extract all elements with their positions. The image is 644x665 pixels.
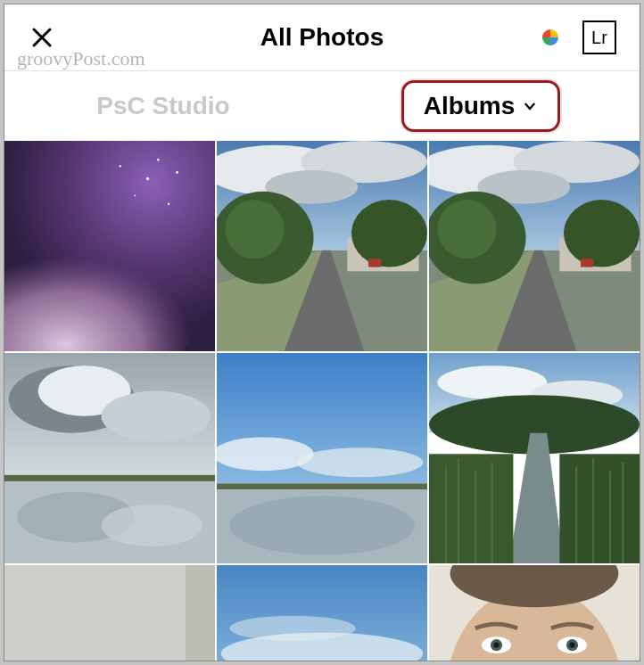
thumbnail[interactable] bbox=[4, 565, 215, 661]
svg-point-44 bbox=[297, 447, 424, 477]
lake-cloudy-image bbox=[4, 353, 215, 563]
tab-albums-label: Albums bbox=[424, 92, 516, 120]
close-icon bbox=[31, 27, 53, 48]
svg-rect-53 bbox=[429, 454, 513, 563]
thumbnail[interactable] bbox=[4, 141, 215, 351]
thumbnail[interactable] bbox=[4, 353, 215, 563]
sky-wispy-image bbox=[217, 565, 427, 661]
svg-point-6 bbox=[120, 165, 121, 167]
svg-rect-21 bbox=[368, 259, 381, 267]
photo-grid bbox=[4, 141, 640, 661]
gray-image bbox=[4, 565, 215, 661]
svg-point-47 bbox=[229, 496, 415, 554]
svg-point-67 bbox=[229, 616, 356, 641]
header: All Photos Lr bbox=[4, 4, 640, 70]
thumbnail[interactable] bbox=[217, 565, 427, 661]
lightroom-icon[interactable]: Lr bbox=[582, 21, 616, 54]
purple-nebula-image bbox=[4, 141, 215, 351]
thumbnail[interactable] bbox=[429, 565, 640, 661]
tab-albums-dropdown[interactable]: Albums bbox=[401, 80, 561, 132]
svg-rect-64 bbox=[186, 565, 215, 661]
svg-rect-33 bbox=[581, 259, 593, 267]
svg-point-7 bbox=[176, 171, 178, 174]
svg-point-20 bbox=[351, 200, 427, 267]
river-reeds-image bbox=[429, 353, 640, 563]
thumbnail[interactable] bbox=[429, 141, 640, 351]
svg-point-76 bbox=[569, 643, 574, 648]
close-button[interactable] bbox=[28, 23, 56, 52]
svg-point-5 bbox=[168, 203, 169, 205]
svg-point-37 bbox=[102, 390, 211, 441]
svg-point-9 bbox=[157, 159, 159, 160]
svg-point-4 bbox=[146, 177, 149, 180]
thumbnail[interactable] bbox=[217, 353, 427, 563]
face-crop-image bbox=[429, 565, 640, 661]
street-scene-image bbox=[429, 141, 640, 351]
thumbnail[interactable] bbox=[217, 141, 427, 351]
svg-point-30 bbox=[437, 200, 496, 259]
google-photos-icon[interactable] bbox=[534, 21, 566, 53]
svg-point-8 bbox=[134, 194, 136, 196]
svg-rect-54 bbox=[559, 454, 640, 563]
svg-point-18 bbox=[225, 200, 284, 259]
svg-point-32 bbox=[564, 200, 640, 267]
tabs-row: PsC Studio Albums bbox=[4, 71, 640, 141]
chevron-down-icon bbox=[522, 98, 538, 114]
tab-psc-studio[interactable]: PsC Studio bbox=[4, 92, 322, 120]
thumbnail[interactable] bbox=[429, 353, 640, 563]
street-scene-image bbox=[217, 141, 427, 351]
lake-blue-sky-image bbox=[217, 353, 427, 563]
svg-rect-63 bbox=[4, 565, 215, 661]
svg-rect-45 bbox=[217, 483, 427, 489]
svg-rect-38 bbox=[4, 475, 215, 481]
svg-point-73 bbox=[493, 643, 499, 648]
svg-point-41 bbox=[102, 505, 202, 546]
